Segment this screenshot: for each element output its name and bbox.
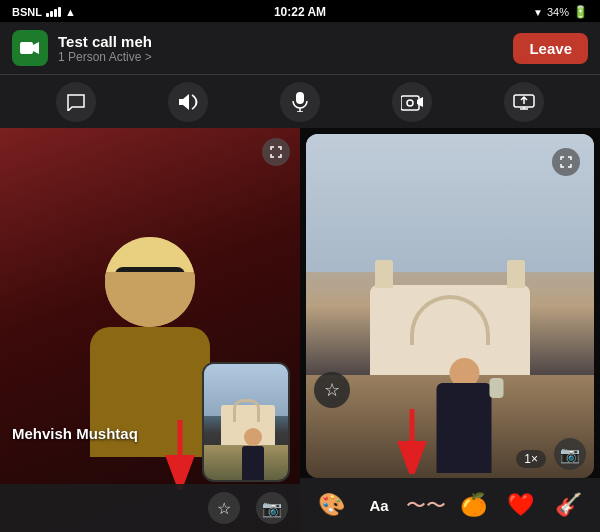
sticker1-icon: 🍊: [460, 492, 487, 518]
star-icon: ☆: [217, 499, 231, 518]
status-left: BSNL ▲: [12, 6, 76, 18]
call-header: Test call meh 1 Person Active > Leave: [0, 22, 600, 74]
location-icon: ▼: [533, 7, 543, 18]
svg-point-4: [407, 100, 413, 106]
bottom-toolbar-right: 🎨 Aa 〜〜 🍊 ❤️ 🎸: [300, 478, 600, 532]
star-button-left[interactable]: ☆: [208, 492, 240, 524]
sticker3-button[interactable]: 🎸: [550, 487, 586, 523]
main-content: Mehvish Mushtaq: [0, 128, 600, 532]
call-title: Test call meh: [58, 33, 152, 50]
status-right: ▼ 34% 🔋: [533, 5, 588, 19]
effects-button[interactable]: 🎨: [314, 487, 350, 523]
handwriting-icon: 〜〜: [406, 492, 446, 519]
facetime-icon: [12, 30, 48, 66]
expand-button-right[interactable]: [552, 148, 580, 176]
svg-rect-1: [296, 92, 304, 104]
main-video: Mehvish Mushtaq: [0, 128, 300, 532]
handwriting-button[interactable]: 〜〜: [408, 487, 444, 523]
camera-switch-icon: 📷: [560, 445, 580, 464]
camera-switch-button[interactable]: 📷: [554, 438, 586, 470]
time-label: 10:22 AM: [274, 5, 326, 19]
camera-icon: 📷: [262, 499, 282, 518]
sticker2-button[interactable]: ❤️: [503, 487, 539, 523]
sticker3-icon: 🎸: [555, 492, 582, 518]
effects-icon: 🎨: [318, 492, 345, 518]
chat-button[interactable]: [56, 82, 96, 122]
zoom-label[interactable]: 1×: [516, 450, 546, 468]
right-panel: ☆ 1× 📷 🎨 Aa 〜〜 🍊 ❤: [300, 128, 600, 532]
building-arch: [410, 295, 490, 345]
text-icon: Aa: [369, 497, 388, 514]
self-thumbnail[interactable]: [202, 362, 290, 482]
expand-button[interactable]: [262, 138, 290, 166]
bottom-toolbar-left: ☆ 📷: [0, 484, 300, 532]
control-bar: [0, 74, 600, 128]
camera-button-left[interactable]: 📷: [256, 492, 288, 524]
wifi-icon: ▲: [65, 6, 76, 18]
status-bar: BSNL ▲ 10:22 AM ▼ 34% 🔋: [0, 0, 600, 22]
text-button[interactable]: Aa: [361, 487, 397, 523]
right-video: ☆ 1× 📷: [306, 134, 594, 478]
mic-button[interactable]: [280, 82, 320, 122]
svg-rect-0: [20, 42, 33, 54]
right-side-buttons: ☆: [314, 372, 350, 408]
arrow-right: [387, 409, 437, 474]
carrier-label: BSNL: [12, 6, 42, 18]
right-person-figure: [437, 358, 492, 478]
sticker2-icon: ❤️: [507, 492, 534, 518]
star-icon-right: ☆: [324, 379, 340, 401]
call-info: Test call meh 1 Person Active >: [58, 33, 152, 64]
share-screen-button[interactable]: [504, 82, 544, 122]
battery-icon: 🔋: [573, 5, 588, 19]
participant-head: [105, 237, 195, 327]
call-subtitle: 1 Person Active >: [58, 50, 152, 64]
star-button-right[interactable]: ☆: [314, 372, 350, 408]
left-panel: Mehvish Mushtaq: [0, 128, 300, 532]
battery-label: 34%: [547, 6, 569, 18]
participant-name: Mehvish Mushtaq: [12, 425, 138, 442]
call-header-left: Test call meh 1 Person Active >: [12, 30, 152, 66]
camera-flip-button[interactable]: [392, 82, 432, 122]
audio-button[interactable]: [168, 82, 208, 122]
leave-button[interactable]: Leave: [513, 33, 588, 64]
signal-icon: [46, 7, 61, 17]
sticker1-button[interactable]: 🍊: [456, 487, 492, 523]
